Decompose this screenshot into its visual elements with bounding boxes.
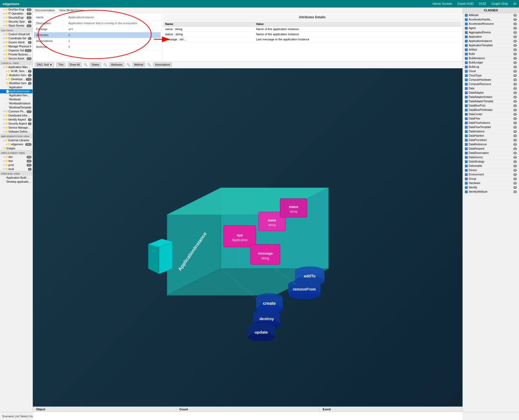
class-item-data-request[interactable]: DataRequest 0 [463, 147, 519, 151]
states-button[interactable]: States [90, 62, 101, 67]
attr-row-1[interactable]: status : string Name of the application … [163, 32, 461, 37]
sidebar-item-developer-ser[interactable]: + 📁 Developer Ser 3 3 [0, 77, 33, 81]
sidebar-item-security-oper[interactable]: + 📁 Security Oper 3 [0, 20, 33, 24]
prop-row-methods[interactable]: Methods 5 [34, 44, 161, 50]
class-item-identity-attribute[interactable]: IdentityAttribute 0 [463, 190, 519, 194]
sidebar-item-workflow-serv[interactable]: 📁 Workflow Serv 0 [0, 81, 33, 85]
class-item-deliverable[interactable]: Deliverable 0 [463, 164, 519, 168]
sidebar-item-control-virtual[interactable]: + 📁 Control Virtual Infr [0, 32, 33, 36]
sidebar-item-devops[interactable]: + 📁 DevOps Engi 20 [0, 8, 33, 12]
class-item-data-center[interactable]: DataCenter 0 [463, 112, 519, 117]
nav-ai[interactable]: AI [513, 2, 516, 6]
class-item-artifact[interactable]: Artifact 0 [463, 48, 519, 52]
sidebar-item-provide-business[interactable]: + 📁 Provide Business Ir [0, 52, 33, 57]
sidebar-item-application-instance[interactable]: 📄 ApplicationInstan [0, 89, 33, 93]
class-item-data-procedure[interactable]: DataProcedure 0 [463, 138, 519, 142]
sidebar-item-workload-template[interactable]: 📄 WorkloadTemplate [0, 105, 33, 110]
sidebar-item-organize[interactable]: + 📁 Organize Sol 18 s [0, 48, 33, 52]
attr-row-0[interactable]: name : string Name of the application in… [163, 27, 461, 32]
class-item-build-log[interactable]: BuildLog 0 [463, 65, 519, 69]
prop-row-package[interactable]: Package aml [34, 26, 161, 32]
class-item-device[interactable]: Device 0 [463, 168, 519, 172]
class-item-application-instance[interactable]: ApplicationInstance 0 [463, 39, 519, 43]
sidebar-item-app-build[interactable]: 📄 Application Build Proc [0, 176, 33, 180]
class-item-data-adaptor[interactable]: DataAdaptor 0 [463, 91, 519, 95]
class-item-data-source[interactable]: DataSource 0 [463, 155, 519, 160]
class-item-application[interactable]: Application 0 [463, 35, 519, 39]
class-item-data[interactable]: Data 0 [463, 86, 519, 91]
class-item-data-blueprint-instance[interactable]: DataBluePrintInstan 0 [463, 108, 519, 112]
nav-event-hud[interactable]: Event HUD [457, 2, 474, 6]
class-item-aimodel[interactable]: AIModel 0 [463, 13, 519, 17]
sidebar-item-external-libs[interactable]: + 📁 External Libraries [0, 138, 33, 142]
sidebar-item-software-defined[interactable]: + 📁 Software Defined Infr [0, 130, 33, 134]
sidebar-item-app-management[interactable]: + 📁 Application Managem [0, 65, 33, 69]
class-item-compute-hardware[interactable]: ComputeHardware 0 [463, 78, 519, 82]
sidebar-item-it-operations[interactable]: + 📁 IT Operation 37 [0, 12, 33, 16]
class-item-data-adaptor-instance[interactable]: DataAdaptorInstanc 0 [463, 95, 519, 99]
class-item-data-flow-template[interactable]: DataFlowTemplate 0 [463, 125, 519, 129]
sidebar-item-workload[interactable]: 📄 Workload [0, 97, 33, 101]
sidebar-item-distributed-info[interactable]: + 📁 Distributed Informatic [0, 114, 33, 118]
class-item-group[interactable]: Group 0 [463, 177, 519, 181]
attributes-button[interactable]: Attributes [109, 62, 124, 67]
sidebar-item-service-management[interactable]: + 📁 Service Management [0, 126, 33, 130]
sidebar-item-workload-instance[interactable]: 📄 WorkloadInstance [0, 101, 33, 105]
class-item-data-reservation[interactable]: DataReservation 0 [463, 151, 519, 155]
class-item-agent[interactable]: Agent 0 [463, 26, 519, 30]
class-item-data-instance[interactable]: DataInstance 0 [463, 129, 519, 134]
dag-dropdown[interactable]: DAG: Null ▼ [35, 62, 54, 67]
sidebar-item-local[interactable]: + 📁 local 1 [0, 167, 33, 171]
sidebar-item-analytics-serv[interactable]: 📁 Analytics Serv 0 [0, 73, 33, 77]
prop-row-name[interactable]: name ApplicationInstance [34, 14, 161, 20]
nav-hud[interactable]: HUD [479, 2, 486, 6]
class-item-build-ledger[interactable]: BuildLedger 0 [463, 61, 519, 65]
class-item-data-blueprint[interactable]: DataBluePrint 0 [463, 104, 519, 108]
sidebar-item-application[interactable]: 📄 Application [0, 85, 33, 89]
prop-row-attributes[interactable]: Attributes 3 [34, 32, 161, 38]
class-item-build-instance[interactable]: BuildInstance 0 [463, 56, 519, 61]
attr-row-2[interactable]: message : stri... Last message in the ap… [163, 37, 461, 42]
nav-home[interactable]: Home Screen [432, 2, 452, 6]
view-model-errors-link[interactable]: View Model Errors [59, 9, 83, 12]
class-item-data-strategy[interactable]: DataStrategy 0 [463, 160, 519, 164]
class-item-build[interactable]: Build 0 [463, 52, 519, 56]
class-item-hardware[interactable]: Hardware 0 [463, 181, 519, 185]
sidebar-item-prod[interactable]: + 📁 prod 43 [0, 163, 33, 167]
sidebar-item-application-template[interactable]: 📄 ApplicationTemplat [0, 93, 33, 97]
sidebar-item-security-engi[interactable]: + 📁 SecurityEngi 10 [0, 16, 33, 20]
associations-button[interactable]: Associations [153, 62, 172, 67]
class-item-identity[interactable]: Identity 0 [463, 185, 519, 190]
sidebar-item-security-aspect[interactable]: + 📁 Security Aspect 4 [0, 122, 33, 126]
sidebar-item-edgemere[interactable]: + 📁 edgemere 250 [0, 142, 33, 146]
class-item-data-adaptor-template[interactable]: DataAdaptorTemplat 0 [463, 99, 519, 104]
trim-button[interactable]: Trim [56, 62, 65, 67]
sidebar-item-develop-app[interactable]: 📄 Develop application P [0, 180, 33, 184]
sidebar-item-govern[interactable]: + 📁 Govern Identi 0 [0, 40, 33, 44]
sidebar-item-identity-aspect[interactable]: + 📁 Identity Aspect 4 [0, 118, 33, 122]
documentation-link[interactable]: Documentation [35, 9, 55, 12]
class-item-data-reference[interactable]: DataReference 0 [463, 142, 519, 147]
prop-row-description[interactable]: Description Application Instance that is… [34, 20, 161, 26]
class-item-data-flow[interactable]: DataFlow 0 [463, 117, 519, 121]
nav-graph-only[interactable]: Graph Only [491, 2, 508, 6]
show-all-button[interactable]: Show All [68, 62, 82, 67]
sidebar-item-images[interactable]: 📁 Images [0, 146, 33, 150]
sidebar-item-test[interactable]: + 📁 test 43 [0, 159, 33, 163]
sidebar-item-secure-asset[interactable]: + 📁 Secure Asset 10 [0, 57, 33, 61]
class-item-environment[interactable]: Environment 0 [463, 172, 519, 177]
prop-row-associations[interactable]: Associations 1 [34, 38, 161, 44]
sidebar-item-dev[interactable]: + 📁 dev 43 [0, 155, 33, 159]
class-item-data-pipeline[interactable]: DataPipeline 0 [463, 134, 519, 138]
sidebar-item-ai-ml[interactable]: + 📁 AI ML Service 1 [0, 69, 33, 73]
sidebar-item-stack-develo[interactable]: + 📁 Stack Develo 12 [0, 24, 33, 28]
class-item-application-template[interactable]: ApplicationTemplate 0 [463, 43, 519, 48]
sidebar-item-common-physical[interactable]: + 📁 Common Physical 17 [0, 110, 33, 114]
class-item-data-flow-instance[interactable]: DataFlowInstance 0 [463, 121, 519, 125]
class-item-accelerator-hardware[interactable]: AcceleratorHardw... 0 [463, 17, 519, 22]
sidebar-item-coordinate[interactable]: + 📁 Coordinate Ser 4 [0, 36, 33, 40]
class-item-accelerator-resource[interactable]: AcceleratorResource 0 [463, 22, 519, 26]
class-item-cloud[interactable]: Cloud 0 [463, 69, 519, 73]
method-button[interactable]: Method [132, 62, 145, 67]
class-item-aggregated-device[interactable]: AggregatedDevice 0 [463, 30, 519, 35]
